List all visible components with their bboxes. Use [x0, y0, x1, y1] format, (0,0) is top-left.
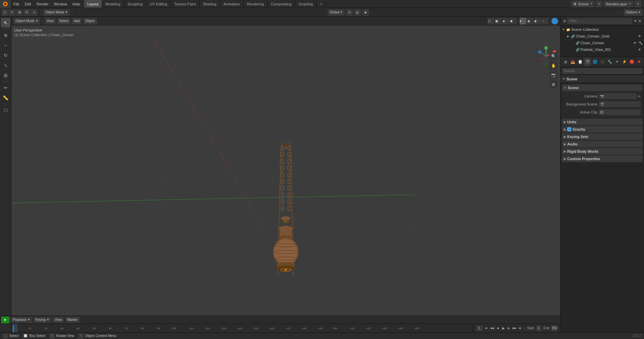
scale-btn[interactable]: ⤡: [31, 9, 38, 16]
vp-sphere-indicator[interactable]: [551, 18, 558, 24]
snap-btn[interactable]: ⊙: [346, 9, 353, 16]
menu-file[interactable]: File: [11, 0, 22, 8]
tab-scripting[interactable]: Scripting: [295, 0, 317, 8]
prop-bg-scene-value[interactable]: 🎬: [599, 101, 641, 107]
vp-display-mode4[interactable]: ◉: [510, 18, 517, 24]
viewport-3d[interactable]: User Perspective (1) Scene Collection | …: [11, 25, 560, 316]
options-btn[interactable]: Options ▼: [624, 9, 643, 16]
eye-icon-gold[interactable]: 👁: [638, 35, 643, 38]
tab-rendering[interactable]: Rendering: [244, 0, 268, 8]
tool-transform[interactable]: ⊞: [1, 71, 10, 80]
scene-selector[interactable]: 🖥 Scene ▼: [571, 1, 594, 7]
outliner-item-particle-view[interactable]: ▶ 🔗 Particle_View_001 👁: [560, 46, 644, 53]
tool-cursor[interactable]: ⊕: [1, 30, 10, 40]
transform-pivot-btn[interactable]: ◈: [362, 9, 369, 16]
tl-btn-jump-start[interactable]: ⏮: [485, 326, 488, 331]
cursor-btn[interactable]: ↖: [9, 9, 15, 16]
tab-animation[interactable]: Animation: [220, 0, 244, 8]
outliner-item-chain-gold[interactable]: ▶ 🔗 Chain_Censer_Gold 👁: [560, 33, 644, 40]
tool-scale[interactable]: ⤡: [1, 61, 10, 70]
app-logo[interactable]: [0, 0, 11, 8]
tab-texture-paint[interactable]: Texture Paint: [171, 0, 199, 8]
prop-camera-value[interactable]: 📷: [599, 93, 637, 99]
prop-section-gravity-header[interactable]: ▶ ✓ Gravity: [562, 126, 643, 133]
eye-icon-particle[interactable]: 👁: [638, 48, 643, 52]
prop-tab-modifiers[interactable]: 🔧: [606, 58, 613, 66]
prop-tab-particles[interactable]: ✦: [613, 58, 621, 66]
outliner-filter-btn[interactable]: ▼: [634, 19, 637, 23]
tl-btn-play[interactable]: ▶: [501, 326, 505, 331]
vp-camera-view[interactable]: 📷: [549, 71, 557, 79]
start-frame-display[interactable]: 1: [536, 325, 541, 331]
prop-tab-world[interactable]: 🌐: [591, 58, 598, 66]
vp-grid-view[interactable]: ⊞: [549, 80, 557, 88]
timeline-indicator[interactable]: ▶: [1, 317, 9, 323]
vp-shading-solid[interactable]: ●: [520, 18, 526, 24]
tl-btn-prev-frame[interactable]: ◀: [496, 326, 499, 331]
eye-icon-censer[interactable]: 👁: [633, 41, 638, 45]
global-btn[interactable]: Global ▼: [328, 9, 345, 16]
tab-add[interactable]: +: [317, 0, 326, 8]
prop-tab-data[interactable]: ✖: [636, 58, 643, 66]
tab-uv-editing[interactable]: UV Editing: [146, 0, 171, 8]
prop-tab-constraints[interactable]: 🔴: [628, 58, 635, 66]
scene-add-btn[interactable]: +: [596, 1, 602, 7]
proportional-btn[interactable]: ◎: [354, 9, 361, 16]
current-frame-display[interactable]: 1: [476, 325, 483, 331]
tab-layout[interactable]: Layout: [84, 0, 102, 8]
prop-tab-physics[interactable]: ⚡: [621, 58, 628, 66]
vp-hand-tool[interactable]: ✋: [549, 62, 557, 70]
tl-btn-next-frame[interactable]: ▶: [507, 326, 511, 331]
prop-tab-object[interactable]: ⬡: [599, 58, 606, 66]
outliner-search-input[interactable]: [567, 18, 632, 24]
vp-display-mode2[interactable]: ▣: [495, 18, 502, 24]
prop-section-units-header[interactable]: ▶ Units: [562, 119, 643, 125]
prop-tab-scene[interactable]: 🎬: [584, 58, 591, 66]
vp-shading-rendered[interactable]: ◐: [534, 18, 541, 24]
vp-select-btn[interactable]: Select: [57, 18, 70, 24]
timeline-keying-tab[interactable]: Keying ▼: [34, 317, 52, 323]
properties-search-input[interactable]: [562, 68, 643, 74]
render-layer-selector[interactable]: RenderLayer ▼: [604, 1, 633, 7]
tl-btn-next-key[interactable]: ▶▶: [513, 326, 517, 331]
vp-display-mode[interactable]: ◻: [488, 18, 494, 24]
prop-tab-render[interactable]: 🖥: [562, 58, 569, 66]
timeline-playback-tab[interactable]: Playback ▼: [11, 317, 32, 323]
prop-tab-output[interactable]: 📤: [569, 58, 576, 66]
tool-add-primitive[interactable]: ⬡: [1, 106, 10, 115]
move-btn[interactable]: ⊕: [16, 9, 23, 16]
vp-object-btn[interactable]: Object: [83, 18, 97, 24]
menu-window[interactable]: Window: [51, 0, 70, 8]
vp-shading-material[interactable]: ◑: [527, 18, 534, 24]
tab-shading[interactable]: Shading: [200, 0, 220, 8]
prop-section-audio-header[interactable]: ▶ Audio: [562, 141, 643, 147]
gravity-checkbox[interactable]: ✓: [567, 127, 571, 131]
menu-edit[interactable]: Edit: [22, 0, 34, 8]
outliner-options-btn[interactable]: ⚙: [638, 19, 641, 23]
vp-shading-eevee[interactable]: ○: [542, 18, 548, 24]
tl-btn-prev-key[interactable]: ◀◀: [490, 326, 494, 331]
object-mode-btn[interactable]: Object Mode ▼: [43, 9, 70, 16]
tab-sculpting[interactable]: Sculpting: [124, 0, 146, 8]
tool-measure[interactable]: 📏: [1, 93, 10, 103]
prop-tab-view-layer[interactable]: 📋: [577, 58, 584, 66]
vp-zoom-in[interactable]: 🔍: [549, 52, 557, 60]
tool-move[interactable]: ↔: [1, 41, 10, 50]
tl-btn-jump-end[interactable]: ⏭: [519, 326, 522, 331]
tab-compositing[interactable]: Compositing: [268, 0, 295, 8]
prop-section-scene-header[interactable]: ▼ Scene: [562, 84, 643, 91]
prop-section-keying-header[interactable]: ▶ Keying Sets: [562, 133, 643, 140]
tool-select[interactable]: ↖: [1, 18, 10, 27]
prop-active-clip-value[interactable]: 🎞: [599, 109, 641, 115]
select-box-btn[interactable]: ◻: [1, 9, 8, 16]
outliner-item-chain-censer[interactable]: ▶ 🔗 Chain_Censer 👁 🔧: [560, 40, 644, 46]
menu-render[interactable]: Render: [34, 0, 51, 8]
tab-modeling[interactable]: Modeling: [102, 0, 124, 8]
render-layer-add-btn[interactable]: +: [635, 1, 641, 7]
vp-view-btn[interactable]: View: [45, 18, 56, 24]
tool-annotate[interactable]: ✏: [1, 83, 10, 92]
outliner-scene-collection[interactable]: ▼ 📁 Scene Collection: [560, 26, 644, 33]
prop-section-custom-props-header[interactable]: ▶ Custom Properties: [562, 155, 643, 162]
vp-add-btn[interactable]: Add: [72, 18, 82, 24]
vp-display-mode3[interactable]: ◈: [502, 18, 509, 24]
